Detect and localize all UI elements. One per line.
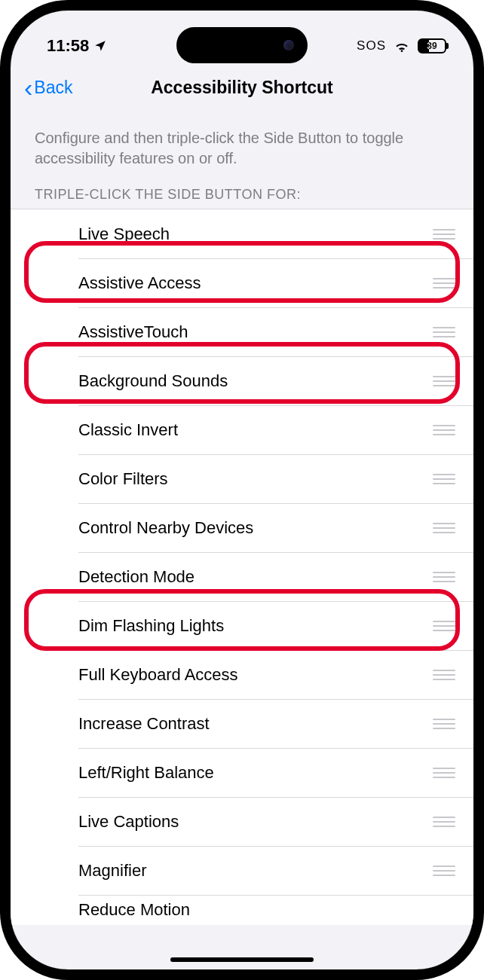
list-item[interactable]: Left/Right Balance <box>11 748 473 797</box>
list-item[interactable]: Background Sounds <box>11 356 473 405</box>
list-item[interactable]: Dim Flashing Lights <box>11 601 473 650</box>
list-item-label: Assistive Access <box>78 273 433 293</box>
shortcut-list: Live Speech Assistive Access AssistiveTo… <box>11 209 473 925</box>
list-item-label: AssistiveTouch <box>78 322 433 342</box>
home-indicator[interactable] <box>170 957 314 962</box>
drag-handle-icon[interactable] <box>433 327 455 337</box>
list-item[interactable]: Live Speech <box>11 209 473 258</box>
section-header: TRIPLE-CLICK THE SIDE BUTTON FOR: <box>11 187 473 209</box>
drag-handle-icon[interactable] <box>433 817 455 827</box>
page-title: Accessibility Shortcut <box>151 78 333 98</box>
back-button[interactable]: ‹ Back <box>24 75 72 100</box>
drag-handle-icon[interactable] <box>433 229 455 240</box>
drag-handle-icon[interactable] <box>433 572 455 582</box>
battery-indicator: 39 <box>418 38 446 53</box>
list-item[interactable]: Control Nearby Devices <box>11 503 473 552</box>
drag-handle-icon[interactable] <box>433 670 455 680</box>
list-item-label: Increase Contrast <box>78 714 433 734</box>
list-item-label: Live Speech <box>78 224 433 244</box>
list-item[interactable]: Reduce Motion <box>11 895 473 925</box>
intro-text: Configure and then triple-click the Side… <box>11 111 473 187</box>
list-item-label: Control Nearby Devices <box>78 518 433 538</box>
list-item-label: Left/Right Balance <box>78 763 433 783</box>
drag-handle-icon[interactable] <box>433 866 455 876</box>
drag-handle-icon[interactable] <box>433 621 455 631</box>
list-item[interactable]: Color Filters <box>11 454 473 503</box>
list-item-label: Reduce Motion <box>78 900 455 920</box>
drag-handle-icon[interactable] <box>433 474 455 484</box>
list-item-label: Dim Flashing Lights <box>78 616 433 636</box>
list-item[interactable]: Live Captions <box>11 797 473 846</box>
status-time: 11:58 <box>47 36 89 56</box>
drag-handle-icon[interactable] <box>433 768 455 778</box>
drag-handle-icon[interactable] <box>433 376 455 386</box>
nav-bar: ‹ Back Accessibility Shortcut <box>11 63 473 111</box>
drag-handle-icon[interactable] <box>433 278 455 289</box>
drag-handle-icon[interactable] <box>433 719 455 729</box>
list-item[interactable]: Magnifier <box>11 846 473 895</box>
list-item[interactable]: Detection Mode <box>11 552 473 601</box>
chevron-left-icon: ‹ <box>24 75 32 100</box>
list-item[interactable]: Full Keyboard Access <box>11 650 473 699</box>
list-item[interactable]: Increase Contrast <box>11 699 473 748</box>
list-item-label: Live Captions <box>78 812 433 832</box>
sos-indicator: SOS <box>357 38 386 53</box>
list-item[interactable]: Classic Invert <box>11 405 473 454</box>
list-item-label: Color Filters <box>78 469 433 489</box>
list-item[interactable]: Assistive Access <box>11 258 473 307</box>
back-label: Back <box>34 78 72 98</box>
list-item-label: Detection Mode <box>78 567 433 587</box>
location-icon <box>93 39 107 53</box>
drag-handle-icon[interactable] <box>433 523 455 533</box>
phone-frame: 11:58 SOS 39 ‹ Back Accessibility Shortc… <box>0 0 484 980</box>
list-item-label: Magnifier <box>78 861 433 881</box>
list-item-label: Background Sounds <box>78 371 433 391</box>
list-item-label: Full Keyboard Access <box>78 665 433 685</box>
list-item-label: Classic Invert <box>78 420 433 440</box>
drag-handle-icon[interactable] <box>433 425 455 435</box>
dynamic-island <box>176 27 308 63</box>
wifi-icon <box>394 40 410 52</box>
list-item[interactable]: AssistiveTouch <box>11 307 473 356</box>
